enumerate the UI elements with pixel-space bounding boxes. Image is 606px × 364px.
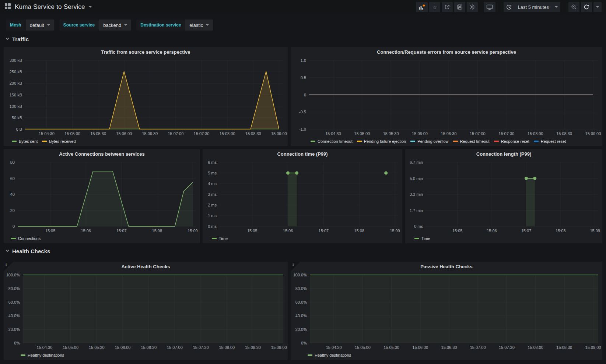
template-variables-bar: Mesh default Source service backend Dest… [6, 20, 213, 31]
legend-item[interactable]: Pending overflow [410, 139, 448, 144]
variable-source-service-label: Source service [59, 20, 99, 31]
svg-text:0 B: 0 B [16, 127, 22, 131]
svg-text:1.0: 1.0 [301, 58, 306, 63]
legend-item[interactable]: Time [414, 236, 430, 241]
legend-item[interactable]: Response reset [494, 139, 529, 144]
legend-item[interactable]: Connection timeout [311, 139, 353, 144]
legend-item[interactable]: Bytes sent [12, 139, 38, 144]
add-panel-button[interactable] [416, 2, 428, 12]
legend-item[interactable]: Healthy destinations [21, 353, 64, 357]
legend-item[interactable]: Connections [11, 236, 41, 241]
add-panel-icon [418, 4, 425, 10]
refresh-interval-dropdown[interactable] [593, 2, 602, 12]
svg-text:15:09:00: 15:09:00 [271, 131, 287, 136]
panel-title[interactable]: Active Connections between services [4, 149, 200, 159]
panel-active-connections: Active Connections between services02040… [4, 149, 200, 243]
legend-item[interactable]: Bytes received [42, 139, 76, 144]
svg-text:60.0%: 60.0% [8, 300, 20, 304]
chevron-down-icon [89, 6, 92, 8]
svg-text:15:08: 15:08 [556, 229, 566, 233]
legend-item[interactable]: Request timeout [453, 139, 490, 144]
svg-text:15:05:30: 15:05:30 [383, 345, 399, 350]
variable-source-service-value-dropdown[interactable]: backend [99, 20, 131, 31]
chart-canvas[interactable]: 0 ms1.7 min3.3 min5.0 min6.7 min15:0515:… [405, 159, 602, 234]
chart-canvas[interactable]: 0%20.0%40.0%60.0%80.0%100.0%15:04:3015:0… [291, 271, 602, 351]
panel-info-icon[interactable]: i [4, 262, 13, 271]
chart-canvas[interactable]: 0 B50 kB100 kB150 kB200 kB250 kB300 kB15… [4, 57, 288, 137]
chart-canvas[interactable]: 02040608015:0515:0615:0715:0815:09 [4, 159, 200, 234]
legend-item[interactable]: Request reset [534, 139, 566, 144]
svg-text:15:06: 15:06 [487, 229, 497, 233]
svg-text:200 kB: 200 kB [10, 81, 22, 85]
svg-text:0%: 0% [14, 341, 20, 345]
svg-text:100.0%: 100.0% [293, 273, 307, 277]
chart-canvas[interactable]: 0%20.0%40.0%60.0%80.0%100.0%15:04:3015:0… [4, 271, 288, 351]
row-traffic-toggle[interactable]: Traffic [5, 36, 29, 42]
legend-swatch [494, 141, 499, 142]
svg-text:40.0%: 40.0% [295, 314, 307, 318]
svg-text:15:04:30: 15:04:30 [37, 345, 53, 350]
svg-text:40: 40 [10, 192, 15, 197]
svg-text:0: 0 [304, 93, 306, 97]
variable-mesh-value-dropdown[interactable]: default [26, 20, 54, 31]
legend-item[interactable]: Time [212, 236, 228, 241]
svg-text:15:08:00: 15:08:00 [219, 345, 235, 350]
chevron-down-icon [5, 248, 10, 254]
clock-icon [506, 4, 512, 10]
panel-title[interactable]: Passive Health Checks [291, 262, 602, 271]
chart-canvas[interactable]: 1.00.50-0.5-1.015:04:3015:05:0015:05:301… [291, 57, 602, 137]
svg-text:6 ms: 6 ms [208, 160, 217, 165]
svg-text:15:05: 15:05 [247, 229, 258, 233]
panel-legend: Connections [4, 235, 200, 242]
legend-swatch [11, 238, 16, 239]
share-dashboard-button[interactable] [442, 2, 453, 12]
svg-text:15:07:00: 15:07:00 [168, 131, 184, 136]
panel-title[interactable]: Connection length (P99) [405, 149, 602, 159]
dashboard-settings-button[interactable] [467, 2, 478, 12]
svg-text:-0.5: -0.5 [299, 110, 306, 114]
cycle-view-mode-button[interactable] [484, 2, 495, 12]
svg-text:-1.0: -1.0 [299, 127, 306, 131]
svg-text:15:08:30: 15:08:30 [556, 345, 572, 350]
time-picker-button[interactable]: Last 5 minutes [504, 2, 560, 12]
panel-title[interactable]: Active Health Checks [4, 262, 288, 271]
variable-destination-service: Destination service elastic [136, 20, 213, 31]
variable-destination-service-value-dropdown[interactable]: elastic [185, 20, 213, 31]
svg-text:15:06: 15:06 [283, 229, 293, 233]
save-icon [457, 4, 463, 10]
svg-text:15:04:30: 15:04:30 [326, 345, 342, 350]
svg-text:20: 20 [10, 208, 15, 213]
panel-title[interactable]: Connection time (P99) [203, 149, 402, 159]
row-health-checks-toggle[interactable]: Health Checks [5, 248, 50, 254]
svg-text:1.7 min: 1.7 min [410, 208, 423, 213]
grafana-dashboard: Kuma Service to Service ☆ [0, 0, 606, 364]
zoom-out-time-button[interactable] [568, 2, 579, 12]
svg-text:60.0%: 60.0% [295, 300, 307, 304]
svg-text:15:06:30: 15:06:30 [142, 131, 158, 136]
svg-text:15:05:00: 15:05:00 [354, 131, 370, 136]
chevron-down-icon [555, 6, 558, 8]
svg-text:80.0%: 80.0% [8, 286, 20, 291]
legend-item[interactable]: Pending failure ejection [357, 139, 406, 144]
svg-text:15:08:30: 15:08:30 [245, 345, 261, 350]
panel-title[interactable]: Connection/Requests errors from source s… [291, 47, 602, 57]
section-title: Traffic [12, 36, 29, 42]
panel-connection-errors: Connection/Requests errors from source s… [291, 47, 602, 146]
mark-favorite-button[interactable]: ☆ [429, 2, 440, 12]
panel-legend: Bytes sentBytes received [4, 138, 288, 145]
legend-swatch [308, 354, 312, 356]
panel-info-icon[interactable]: i [291, 262, 300, 271]
save-dashboard-button[interactable] [454, 2, 465, 12]
svg-text:15:05: 15:05 [452, 229, 463, 233]
legend-item[interactable]: Healthy destinations [308, 353, 351, 357]
legend-swatch [534, 141, 539, 142]
chevron-down-icon [206, 24, 209, 26]
legend-swatch [42, 141, 47, 142]
chart-canvas[interactable]: 0 ms1 ms2 ms3 ms4 ms5 ms6 ms15:0515:0615… [203, 159, 402, 234]
chevron-down-icon [47, 24, 50, 26]
panel-title[interactable]: Traffic from source service perspective [4, 47, 288, 57]
dashboard-title-button[interactable]: Kuma Service to Service [4, 3, 92, 11]
refresh-dashboard-button[interactable] [581, 2, 592, 12]
variable-source-service: Source service backend [59, 20, 132, 31]
svg-text:15:09: 15:09 [188, 229, 198, 233]
